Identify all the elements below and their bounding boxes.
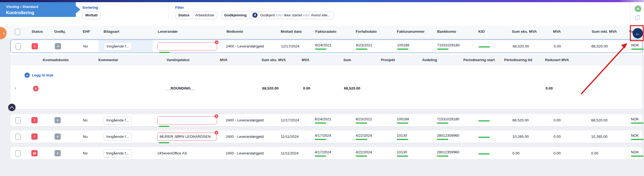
detail-column-header-7-prosjekt: Prosjekt [381, 58, 395, 62]
detail-column-header-3-mva: MVA [220, 58, 228, 62]
column-header-ehf[interactable]: EHF [83, 29, 90, 34]
edited-indicator [159, 142, 169, 143]
leverandor-input[interactable]: 1 [157, 116, 217, 124]
column-header-kid[interactable]: KID [478, 29, 485, 34]
expand-line-chevron[interactable]: › [14, 85, 16, 91]
cell-fakturadato: 6/24/2021 [315, 114, 331, 126]
cell-checkbox [15, 147, 21, 159]
cell-value: No [83, 135, 87, 139]
column-header-godkj-[interactable]: Godkj. [54, 29, 66, 34]
detail-column-header-8-avdeling: Avdeling [422, 58, 437, 62]
detail-column-header-5-mva: MVA [302, 58, 309, 62]
line-redusert-mva: 0.00 [546, 86, 553, 90]
leverandor-input[interactable]: 1 [158, 42, 217, 50]
cell-ehf: No [83, 147, 87, 159]
filter-label: Filter [175, 5, 334, 10]
add-line-button[interactable]: + Legg til linje [25, 72, 53, 78]
bilagsart-select[interactable]: Inngående f... [104, 149, 132, 157]
cell-value: 28012359960 [437, 133, 459, 138]
approval-add-badge[interactable]: + [55, 117, 61, 123]
table-header: StatusGodkj.EHFBilagsartLeverandørMotkon… [0, 26, 644, 38]
column-header-bilagsart[interactable]: Bilagsart [104, 29, 119, 34]
cell-mottatt-dato: 11/11/2024 [281, 130, 299, 143]
column-header-mottatt-dato[interactable]: Mottatt dato [281, 29, 302, 34]
row-checkbox[interactable] [15, 150, 21, 157]
approval-add-badge[interactable]: + [55, 150, 61, 156]
cell-valuta: NOK [631, 147, 643, 159]
add-icon[interactable]: + [635, 5, 641, 12]
bilagsart-select[interactable]: Inngående f... [104, 133, 132, 141]
column-header-fakturanummer[interactable]: Fakturanummer [397, 29, 425, 34]
detail-line-rounding: › ✕ __ROUNDING__ 68,520.00 0.00 68,520.0… [10, 83, 642, 95]
approval-add-badge[interactable]: + [55, 43, 61, 49]
approval-value-1: Godkjent [260, 13, 275, 17]
column-header-fakturadato[interactable]: Fakturadato [315, 29, 336, 34]
cell-value: 71531029180 [437, 43, 460, 47]
leverandor-text: 24SevenOffice AS [157, 151, 187, 155]
column-header-bankkonto[interactable]: Bankkonto [437, 29, 456, 34]
edited-indicator [159, 52, 170, 53]
cell-bankkonto: 28012359960 [437, 147, 459, 159]
cell-forfallsdato: 8/23/2021 [356, 114, 372, 126]
column-header-sum-inkl-mva[interactable]: Sum inkl. MVA [592, 29, 617, 34]
status-swap-badge: ⇄ [31, 150, 38, 156]
cell-value: NOK [631, 133, 639, 138]
edited-indicator [315, 139, 326, 140]
column-header-forfallsdato[interactable]: Forfallsdato [356, 29, 377, 34]
edited-indicator [356, 156, 367, 157]
bilagsart-select[interactable]: Inngående f... [104, 42, 132, 50]
table-row-selected[interactable]: !+NoInngående f...12400 - Leverandørgjel… [10, 40, 642, 53]
table-row[interactable]: !+NoInngående f...MURER JØRN LEONARDSEN1… [10, 130, 642, 143]
sorting-chip[interactable]: Mottatt [82, 11, 101, 19]
cell-mottatt-dato: 12/17/2024 [281, 114, 299, 126]
cell-fakturanummer: 10130 [397, 147, 408, 159]
line-error-icon: ✕ [33, 86, 39, 91]
error-count-badge: 1 [215, 40, 219, 44]
collapse-row-button[interactable] [8, 104, 16, 111]
line-mva: 0.00 [303, 86, 310, 90]
status-filter-chip[interactable]: Status Arbeidsliste [175, 11, 217, 19]
cell-leverandor: 1 [158, 40, 217, 53]
cell-bilagsart: Inngående f... [104, 40, 132, 53]
cell-kid [478, 130, 490, 143]
approval-filter-value: 4 Godkjent eller Ikke startet eller Avvi… [249, 12, 333, 19]
leverandor-input[interactable]: MURER JØRN LEONARDSEN1 [157, 133, 217, 141]
row-checkbox[interactable] [16, 43, 21, 50]
status-error-badge: ! [32, 43, 38, 49]
approval-filter-chip[interactable]: Godkjenning 4 Godkjent eller Ikke starte… [221, 11, 334, 19]
edited-indicator [356, 123, 367, 124]
column-header-leverand-r[interactable]: Leverandør [158, 29, 178, 34]
cell-status: ! [31, 114, 38, 126]
sorting-label: Sortering [82, 5, 101, 10]
view-selector[interactable]: Visning • Standard Kontrollering [0, 2, 76, 17]
cell-sum-inkl-mva: 10,265.00 [591, 130, 607, 143]
column-header-status[interactable]: Status [32, 29, 43, 34]
cell-valuta: NOK [631, 130, 643, 143]
cell-mva: 0.00 [554, 40, 561, 53]
select-all-checkbox[interactable] [15, 29, 20, 35]
bilagsart-select[interactable]: Inngående f... [104, 116, 132, 124]
approval-sep-1: eller [276, 13, 283, 17]
cell-status: ! [31, 130, 38, 143]
cell-mottatt-dato: 12/17/2024 [281, 40, 300, 53]
cell-fakturanummer: 100188 [397, 114, 409, 126]
cell-fakturadato: 6/24/2021 [315, 40, 331, 53]
cell-value: 0.00 [554, 118, 561, 122]
approval-add-badge[interactable]: + [55, 133, 61, 140]
column-header-mva[interactable]: MVA [553, 29, 561, 34]
row-checkbox[interactable] [15, 133, 21, 140]
cell-value: 8/23/2021 [356, 43, 372, 47]
cell-value: 6/24/2021 [315, 117, 331, 121]
table-row[interactable]: !+NoInngående f...12400 - Leverandørgjel… [10, 114, 642, 126]
edited-indicator [437, 156, 448, 157]
header-divider [168, 3, 169, 19]
line-varelinjetekst: __ROUNDING__ [167, 86, 195, 90]
plus-icon: + [25, 73, 30, 78]
column-header-sum-eks-mva[interactable]: Sum eks. MVA [512, 29, 537, 34]
column-header-motkonto[interactable]: Motkonto [226, 29, 243, 34]
collapse-columns-back-icon[interactable]: ← [633, 28, 643, 38]
cell-value: 68,520.00 [513, 44, 529, 48]
refresh-icon[interactable] [634, 14, 641, 21]
row-checkbox[interactable] [15, 117, 21, 124]
table-row[interactable]: ⇄+NoInngående f...24SevenOffice AS2400 -… [10, 147, 642, 159]
